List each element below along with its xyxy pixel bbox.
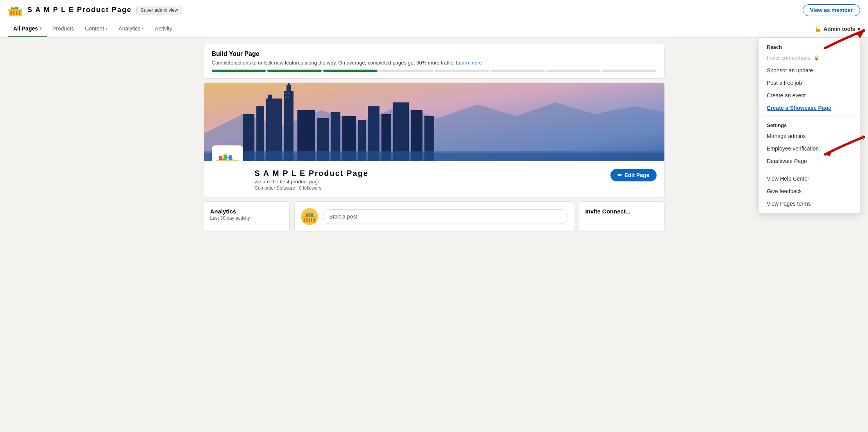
dropdown-create-event[interactable]: Create an event — [759, 89, 860, 102]
super-admin-badge: Super admin view — [136, 6, 182, 14]
top-bar: S A M P L E Product Page Super admin vie… — [0, 0, 868, 20]
analytics-subtitle: Last 30 day activity — [210, 215, 283, 221]
dropdown-view-help[interactable]: View Help Center — [759, 172, 860, 185]
svg-rect-54 — [309, 218, 310, 222]
top-bar-left: S A M P L E Product Page Super admin vie… — [8, 3, 182, 18]
post-box: Start a post — [301, 208, 567, 225]
progress-segment-7 — [546, 70, 601, 72]
svg-rect-21 — [285, 93, 286, 94]
chevron-down-icon: ▾ — [857, 26, 860, 32]
profile-meta: Computer Software · 0 followers — [255, 185, 369, 191]
profile-tagline: we are the best product page — [255, 179, 369, 185]
progress-segment-1 — [212, 70, 266, 72]
dropdown-employee-verification[interactable]: Employee verification — [759, 142, 860, 155]
analytics-card: Analytics Last 30 day activity — [204, 201, 290, 232]
lock-icon: 🔒 — [814, 55, 820, 61]
svg-rect-55 — [311, 218, 312, 222]
progress-segment-8 — [602, 70, 657, 72]
main-content: Build Your Page Complete actions to unlo… — [204, 38, 665, 238]
build-page-card: Build Your Page Complete actions to unlo… — [204, 44, 665, 79]
svg-rect-24 — [288, 97, 289, 98]
svg-rect-17 — [268, 95, 272, 100]
profile-info: S A M P L E Product Page we are the best… — [255, 169, 369, 191]
progress-segment-2 — [267, 70, 322, 72]
build-page-title: Build Your Page — [212, 50, 657, 57]
settings-header: Settings — [759, 119, 860, 130]
profile-avatar — [212, 145, 243, 161]
admin-tools-dropdown: Reach Invite connections 🔒 Sponsor an up… — [759, 38, 860, 213]
svg-rect-58 — [308, 213, 310, 217]
nav-left: All Pages ▾ Products Content ▾ Analytics… — [8, 20, 178, 37]
edit-page-button[interactable]: ✏ Edit Page — [610, 169, 657, 181]
dropdown-divider-2 — [759, 170, 860, 170]
progress-segment-3 — [323, 70, 378, 72]
dropdown-post-job[interactable]: Post a free job — [759, 77, 860, 89]
post-card: Start a post — [294, 201, 574, 232]
edit-icon: ✏ — [617, 172, 622, 178]
admin-tools-button[interactable]: 🔒 Admin tools ▾ — [814, 26, 860, 32]
profile-bottom: S A M P L E Product Page we are the best… — [204, 161, 664, 197]
svg-rect-6 — [18, 11, 18, 15]
progress-segment-5 — [435, 70, 489, 72]
svg-rect-5 — [16, 11, 17, 15]
view-as-member-button[interactable]: View as member — [803, 4, 860, 16]
svg-rect-1 — [10, 11, 11, 15]
dropdown-deactivate-page[interactable]: Deactivate Page — [759, 155, 860, 167]
svg-rect-4 — [14, 11, 15, 15]
chevron-down-icon: ▾ — [142, 26, 144, 30]
build-page-desc: Complete actions to unlock new features … — [212, 60, 657, 66]
dropdown-give-feedback[interactable]: Give feedback — [759, 185, 860, 197]
dropdown-showcase-page[interactable]: Create a Showcase Page — [759, 102, 860, 114]
post-input[interactable]: Start a post — [323, 209, 567, 224]
svg-rect-7 — [19, 11, 20, 15]
dropdown-view-terms[interactable]: View Pages terms — [759, 197, 860, 210]
svg-rect-18 — [284, 91, 294, 161]
svg-rect-59 — [311, 213, 313, 217]
svg-rect-22 — [288, 93, 289, 94]
nav-item-all-pages[interactable]: All Pages ▾ — [8, 20, 47, 37]
post-avatar — [301, 208, 318, 225]
bottom-row: Analytics Last 30 day activity — [204, 201, 665, 232]
progress-segment-4 — [379, 70, 433, 72]
lock-icon: 🔒 — [814, 26, 821, 32]
svg-rect-53 — [306, 218, 308, 222]
svg-rect-36 — [204, 153, 664, 161]
svg-rect-52 — [304, 218, 305, 222]
reach-header: Reach — [759, 41, 860, 52]
svg-rect-3 — [13, 11, 14, 15]
profile-banner — [204, 83, 664, 161]
svg-rect-2 — [11, 11, 12, 15]
learn-more-link[interactable]: Learn more — [456, 60, 482, 66]
progress-segment-6 — [490, 70, 545, 72]
nav-right: 🔒 Admin tools ▾ — [814, 26, 860, 32]
profile-card: S A M P L E Product Page we are the best… — [204, 82, 665, 197]
invite-title: Invite Connect... — [585, 208, 658, 215]
svg-rect-23 — [285, 97, 286, 98]
logo-icon — [8, 3, 23, 18]
analytics-title: Analytics — [210, 208, 283, 215]
nav-item-activity[interactable]: Activity — [149, 20, 177, 37]
nav-bar: All Pages ▾ Products Content ▾ Analytics… — [0, 20, 868, 38]
profile-name: S A M P L E Product Page — [255, 169, 369, 178]
svg-rect-49 — [216, 160, 239, 161]
dropdown-divider-1 — [759, 117, 860, 117]
svg-rect-56 — [313, 218, 315, 222]
dropdown-invite-connections: Invite connections 🔒 — [759, 52, 860, 64]
nav-item-content[interactable]: Content ▾ — [79, 20, 113, 37]
nav-item-analytics[interactable]: Analytics ▾ — [113, 20, 149, 37]
svg-rect-11 — [8, 9, 22, 11]
chevron-down-icon: ▾ — [39, 26, 41, 30]
nav-item-products[interactable]: Products — [47, 20, 79, 37]
invite-card: Invite Connect... — [579, 201, 665, 232]
svg-rect-20 — [288, 83, 290, 87]
dropdown-manage-admins[interactable]: Manage admins — [759, 130, 860, 142]
chevron-down-icon: ▾ — [106, 26, 107, 30]
progress-bar — [212, 70, 657, 72]
svg-rect-57 — [306, 213, 308, 217]
svg-rect-37 — [213, 147, 242, 161]
dropdown-sponsor-update[interactable]: Sponsor an update — [759, 64, 860, 77]
page-title: S A M P L E Product Page — [27, 6, 132, 14]
